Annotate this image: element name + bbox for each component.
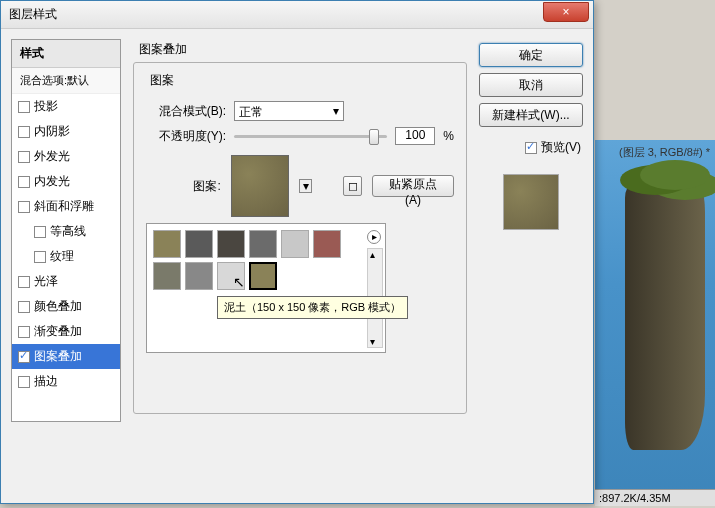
close-button[interactable]: ×: [543, 2, 589, 22]
snap-origin-button[interactable]: 贴紧原点(A): [372, 175, 454, 197]
sidebar-item[interactable]: 内发光: [12, 169, 120, 194]
pattern-picker-panel: ▸ 泥土（150 x 150 像素，RGB 模式） ↖: [146, 223, 386, 353]
sidebar-item-label: 外发光: [34, 148, 70, 165]
pattern-thumb[interactable]: [153, 230, 181, 258]
style-checkbox[interactable]: [18, 301, 30, 313]
pattern-dropdown-icon[interactable]: ▾: [299, 179, 312, 193]
style-checkbox[interactable]: [18, 276, 30, 288]
new-style-button[interactable]: 新建样式(W)...: [479, 103, 583, 127]
style-checkbox[interactable]: [18, 376, 30, 388]
sidebar-item-label: 内发光: [34, 173, 70, 190]
blend-mode-label: 混合模式(B):: [146, 103, 226, 120]
sidebar-item[interactable]: 投影: [12, 94, 120, 119]
sidebar-item-label: 颜色叠加: [34, 298, 82, 315]
sidebar-item[interactable]: 内阴影: [12, 119, 120, 144]
pattern-thumb[interactable]: [185, 230, 213, 258]
sidebar-item[interactable]: 外发光: [12, 144, 120, 169]
document-title: (图层 3, RGB/8#) *: [619, 145, 710, 160]
cancel-button[interactable]: 取消: [479, 73, 583, 97]
sidebar-item-label: 投影: [34, 98, 58, 115]
preview-label: 预览(V): [541, 139, 581, 156]
background-canvas: [595, 140, 715, 500]
style-checkbox[interactable]: [34, 226, 46, 238]
pattern-thumb[interactable]: [313, 230, 341, 258]
style-checkbox[interactable]: [18, 151, 30, 163]
main-panel: 图案叠加 图案 混合模式(B): 正常 不透明度(Y): 100 % 图案:: [133, 39, 467, 422]
layer-style-dialog: 图层样式 × 样式 混合选项:默认 投影内阴影外发光内发光斜面和浮雕等高线纹理光…: [0, 0, 594, 504]
pattern-thumb[interactable]: [153, 262, 181, 290]
ok-button[interactable]: 确定: [479, 43, 583, 67]
section-title: 图案叠加: [133, 39, 467, 62]
sidebar-item[interactable]: 等高线: [12, 219, 120, 244]
sidebar-item[interactable]: 纹理: [12, 244, 120, 269]
opacity-slider-thumb[interactable]: [369, 129, 379, 145]
sidebar-item[interactable]: 图案叠加: [12, 344, 120, 369]
sidebar-item-label: 图案叠加: [34, 348, 82, 365]
style-checkbox[interactable]: [18, 201, 30, 213]
pattern-swatch[interactable]: [231, 155, 289, 217]
style-checkbox[interactable]: [34, 251, 46, 263]
style-checkbox[interactable]: [18, 101, 30, 113]
sidebar-item-label: 等高线: [50, 223, 86, 240]
preview-thumbnail: [503, 174, 559, 230]
sidebar-item[interactable]: 描边: [12, 369, 120, 394]
style-checkbox[interactable]: [18, 176, 30, 188]
fieldset-legend: 图案: [146, 72, 178, 89]
sidebar-item-label: 渐变叠加: [34, 323, 82, 340]
opacity-unit: %: [443, 129, 454, 143]
preview-checkbox-row[interactable]: 预览(V): [481, 139, 581, 156]
sidebar-item-label: 内阴影: [34, 123, 70, 140]
pattern-thumb[interactable]: [281, 230, 309, 258]
blending-options-item[interactable]: 混合选项:默认: [12, 68, 120, 94]
sidebar-item[interactable]: 斜面和浮雕: [12, 194, 120, 219]
canvas-image-foliage: [640, 160, 710, 190]
opacity-label: 不透明度(Y):: [146, 128, 226, 145]
picker-menu-icon[interactable]: ▸: [367, 230, 381, 244]
pattern-thumb[interactable]: [217, 230, 245, 258]
sidebar-head[interactable]: 样式: [12, 40, 120, 68]
opacity-value[interactable]: 100: [395, 127, 435, 145]
pattern-thumb[interactable]: [249, 230, 277, 258]
status-bar: :897.2K/4.35M: [595, 489, 715, 506]
sidebar-item[interactable]: 光泽: [12, 269, 120, 294]
pattern-label: 图案:: [146, 178, 221, 195]
pattern-thumb[interactable]: [217, 262, 245, 290]
sidebar-item[interactable]: 渐变叠加: [12, 319, 120, 344]
opacity-slider[interactable]: [234, 135, 387, 138]
right-buttons: 确定 取消 新建样式(W)... 预览(V): [479, 43, 583, 422]
sidebar-item-label: 纹理: [50, 248, 74, 265]
style-checkbox[interactable]: [18, 126, 30, 138]
dialog-title: 图层样式: [9, 6, 543, 23]
blend-mode-combo[interactable]: 正常: [234, 101, 344, 121]
pattern-fieldset: 图案 混合模式(B): 正常 不透明度(Y): 100 % 图案: ▾: [133, 62, 467, 414]
pattern-tooltip: 泥土（150 x 150 像素，RGB 模式）: [217, 296, 408, 319]
new-preset-button[interactable]: ◻: [343, 176, 362, 196]
style-checkbox[interactable]: [18, 351, 30, 363]
sidebar-item-label: 斜面和浮雕: [34, 198, 94, 215]
preview-checkbox[interactable]: [525, 142, 537, 154]
dialog-titlebar[interactable]: 图层样式 ×: [1, 1, 593, 29]
style-checkbox[interactable]: [18, 326, 30, 338]
styles-sidebar: 样式 混合选项:默认 投影内阴影外发光内发光斜面和浮雕等高线纹理光泽颜色叠加渐变…: [11, 39, 121, 422]
sidebar-item-label: 描边: [34, 373, 58, 390]
pattern-thumb[interactable]: [249, 262, 277, 290]
pattern-thumb[interactable]: [185, 262, 213, 290]
sidebar-item[interactable]: 颜色叠加: [12, 294, 120, 319]
canvas-image: [625, 170, 705, 450]
sidebar-item-label: 光泽: [34, 273, 58, 290]
